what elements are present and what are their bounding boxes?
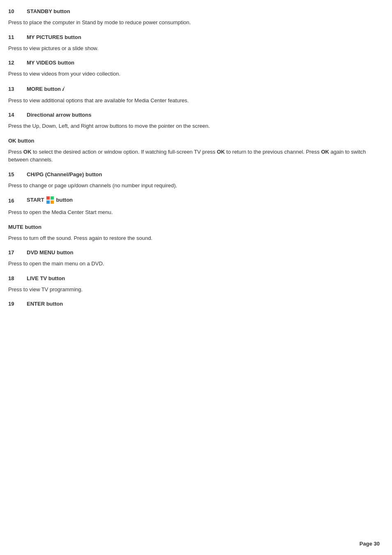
- section-title-directional-arrow: Directional arrow buttons: [27, 112, 91, 118]
- start-label-after: button: [56, 197, 73, 203]
- section-header-directional-arrow: 14 Directional arrow buttons: [8, 112, 372, 118]
- section-number-live-tv: 18: [8, 275, 27, 281]
- svg-rect-3: [51, 200, 54, 204]
- section-body-start-button: Press to open the Media Center Start men…: [8, 208, 372, 216]
- section-standby: 10 STANDBY button Press to place the com…: [8, 8, 372, 27]
- section-number-start-button: 16: [8, 198, 27, 204]
- section-title-dvd-menu: DVD MENU button: [27, 249, 73, 256]
- section-number-standby: 10: [8, 8, 27, 14]
- section-more-button: 13 MORE button𝑖 Press to view additional…: [8, 85, 372, 105]
- section-title-start-button: START button: [27, 197, 73, 204]
- section-title-enter-button: ENTER button: [27, 301, 63, 307]
- ok-bold-3: OK: [321, 149, 329, 155]
- section-header-my-pictures: 11 MY PICTURES button: [8, 34, 372, 40]
- section-number-my-pictures: 11: [8, 34, 27, 40]
- section-header-enter-button: 19 ENTER button: [8, 301, 372, 307]
- section-dvd-menu: 17 DVD MENU button Press to open the mai…: [8, 249, 372, 268]
- section-body-dvd-menu: Press to open the main menu on a DVD.: [8, 260, 372, 268]
- section-number-enter-button: 19: [8, 301, 27, 307]
- section-title-ok-button: OK button: [8, 138, 372, 144]
- section-title-more-button: MORE button𝑖: [27, 85, 64, 92]
- section-number-directional-arrow: 14: [8, 112, 27, 118]
- section-directional-arrow: 14 Directional arrow buttons Press the U…: [8, 112, 372, 130]
- section-header-live-tv: 18 LIVE TV button: [8, 275, 372, 281]
- section-number-dvd-menu: 17: [8, 249, 27, 256]
- section-title-my-videos: MY VIDEOS button: [27, 60, 74, 66]
- section-title-mute-button: MUTE button: [8, 224, 372, 230]
- ok-bold-2: OK: [217, 149, 225, 155]
- section-body-ch-pg: Press to change or page up/down channels…: [8, 182, 372, 190]
- section-ch-pg: 15 CH/PG (Channel/Page) button Press to …: [8, 171, 372, 190]
- section-body-ok-button: Press OK to select the desired action or…: [8, 148, 372, 164]
- section-start-button: 16 START button Press to open the Media …: [8, 197, 372, 216]
- section-header-ch-pg: 15 CH/PG (Channel/Page) button: [8, 171, 372, 177]
- section-body-directional-arrow: Press the Up, Down, Left, and Right arro…: [8, 122, 372, 130]
- page-number: Page 30: [360, 541, 380, 547]
- section-body-mute-button: Press to turn off the sound. Press again…: [8, 234, 372, 242]
- section-number-ch-pg: 15: [8, 171, 27, 177]
- section-mute-button: MUTE button Press to turn off the sound.…: [8, 224, 372, 242]
- svg-rect-0: [46, 196, 50, 200]
- section-body-more-button: Press to view additional options that ar…: [8, 97, 372, 105]
- section-header-dvd-menu: 17 DVD MENU button: [8, 249, 372, 256]
- section-ok-button: OK button Press OK to select the desired…: [8, 138, 372, 164]
- section-my-videos: 12 MY VIDEOS button Press to view videos…: [8, 60, 372, 78]
- start-windows-icon: [46, 196, 54, 204]
- section-header-more-button: 13 MORE button𝑖: [8, 85, 372, 92]
- section-header-my-videos: 12 MY VIDEOS button: [8, 60, 372, 66]
- section-enter-button: 19 ENTER button: [8, 301, 372, 307]
- start-label-before: START: [27, 197, 46, 203]
- section-header-start-button: 16 START button: [8, 197, 372, 204]
- section-title-ch-pg: CH/PG (Channel/Page) button: [27, 171, 102, 177]
- section-header-standby: 10 STANDBY button: [8, 8, 372, 14]
- section-title-live-tv: LIVE TV button: [27, 275, 65, 281]
- section-number-more-button: 13: [8, 86, 27, 92]
- svg-rect-1: [51, 196, 54, 200]
- section-body-live-tv: Press to view TV programming.: [8, 286, 372, 294]
- section-number-my-videos: 12: [8, 60, 27, 66]
- section-body-standby: Press to place the computer in Stand by …: [8, 18, 372, 27]
- more-icon: 𝑖: [62, 85, 64, 92]
- more-button-label: MORE button: [27, 86, 61, 92]
- section-body-my-pictures: Press to view pictures or a slide show.: [8, 44, 372, 53]
- section-live-tv: 18 LIVE TV button Press to view TV progr…: [8, 275, 372, 294]
- section-title-my-pictures: MY PICTURES button: [27, 34, 81, 40]
- section-my-pictures: 11 MY PICTURES button Press to view pict…: [8, 34, 372, 53]
- section-body-my-videos: Press to view videos from your video col…: [8, 70, 372, 78]
- ok-bold-1: OK: [23, 149, 32, 155]
- svg-rect-2: [46, 200, 50, 204]
- section-title-standby: STANDBY button: [27, 8, 70, 14]
